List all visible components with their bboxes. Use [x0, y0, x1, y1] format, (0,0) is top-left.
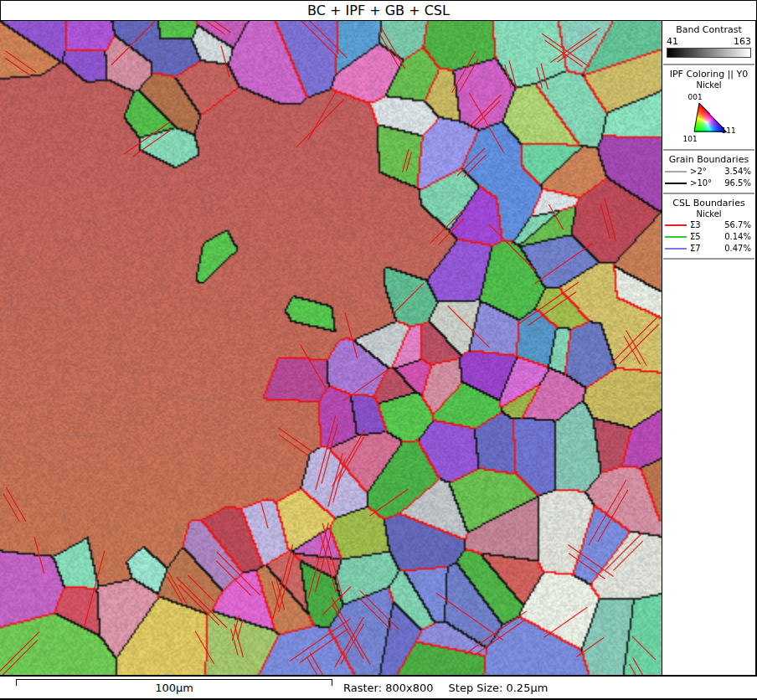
raster-info: Raster: 800x800 Step Size: 0.25µm: [343, 682, 548, 694]
ipf-section: IPF Coloring || Y0 Nickel 001 101 111: [662, 65, 755, 149]
csl-label: Σ5: [690, 232, 724, 241]
csl-material: Nickel: [665, 209, 753, 219]
ipf-color-key: 001 101 111: [680, 93, 739, 145]
boundary-value: 3.54%: [724, 167, 751, 176]
legend-panel: Band Contrast 41 163 IPF Coloring || Y0 …: [662, 21, 757, 675]
grain-boundary-row: >2° 3.54%: [665, 165, 753, 177]
csl-boundaries-section: CSL Boundaries Nickel Σ3 56.7% Σ5 0.14% …: [662, 194, 755, 258]
csl-row: Σ7 0.47%: [665, 242, 753, 254]
boundary-label: >2°: [690, 167, 724, 176]
ipf-corner-001-label: 001: [688, 93, 703, 101]
band-contrast-title: Band Contrast: [665, 24, 753, 35]
csl-label: Σ3: [690, 220, 724, 229]
line-swatch: [665, 171, 687, 172]
title-bar: BC + IPF + GB + CSL: [0, 0, 757, 21]
line-swatch: [665, 236, 687, 238]
footer-bar: 100µm Raster: 800x800 Step Size: 0.25µm: [0, 675, 757, 700]
csl-value: 56.7%: [724, 220, 751, 229]
line-swatch: [665, 183, 687, 184]
csl-value: 0.14%: [724, 232, 751, 241]
ipf-material: Nickel: [665, 80, 753, 90]
step-size: Step Size: 0.25µm: [449, 682, 548, 694]
ebsd-viewer-window: BC + IPF + GB + CSL Band Contrast 41 163…: [0, 0, 757, 700]
csl-row: Σ3 56.7%: [665, 219, 753, 230]
ipf-corner-111-label: 111: [722, 126, 736, 135]
ipf-title: IPF Coloring || Y0: [665, 69, 753, 80]
band-contrast-gradient-bar: [667, 48, 751, 58]
line-swatch: [665, 224, 687, 226]
raster-size: Raster: 800x800: [343, 682, 434, 694]
csl-label: Σ7: [690, 244, 724, 253]
band-contrast-range: 41 163: [665, 36, 753, 47]
boundary-value: 96.5%: [724, 178, 751, 188]
grain-boundaries-title: Grain Boundaries: [665, 154, 753, 165]
grain-boundaries-section: Grain Boundaries >2° 3.54% >10° 96.5%: [662, 151, 755, 193]
csl-row: Σ5 0.14%: [665, 230, 753, 242]
grain-boundary-row: >10° 96.5%: [665, 177, 753, 188]
band-contrast-max: 163: [734, 36, 751, 47]
ipf-corner-101-label: 101: [683, 135, 698, 143]
ebsd-map-canvas: [0, 21, 662, 675]
page-title: BC + IPF + GB + CSL: [307, 3, 450, 18]
boundary-label: >10°: [690, 178, 724, 188]
csl-value: 0.47%: [724, 244, 751, 253]
line-swatch: [665, 248, 687, 250]
main-area: Band Contrast 41 163 IPF Coloring || Y0 …: [0, 21, 757, 675]
scale-bar: 100µm: [16, 677, 332, 698]
band-contrast-min: 41: [667, 36, 678, 47]
section-divider: [663, 258, 754, 260]
band-contrast-section: Band Contrast 41 163: [662, 21, 755, 64]
csl-title: CSL Boundaries: [665, 198, 753, 208]
scale-bar-label: 100µm: [16, 682, 332, 694]
